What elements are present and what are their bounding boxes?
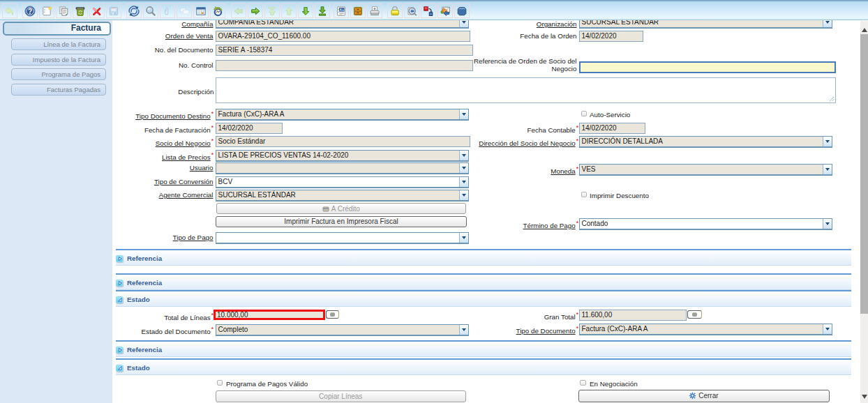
svg-text:?: ? [28,8,32,15]
